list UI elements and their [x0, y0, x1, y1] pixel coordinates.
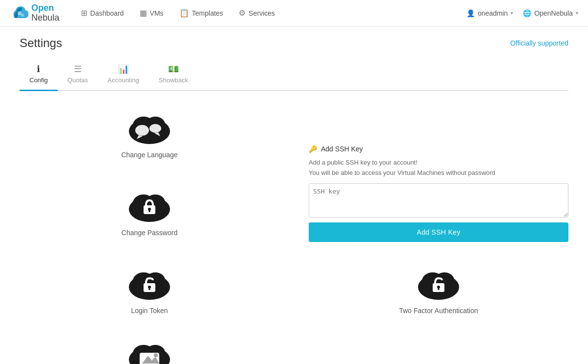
dashboard-icon: ⊞	[81, 8, 87, 18]
svg-rect-32	[438, 288, 440, 290]
add-ssh-key-button[interactable]: Add SSH Key	[309, 222, 568, 242]
nav-vms-label: VMs	[150, 9, 164, 17]
cloud-menu[interactable]: 🌐 OpenNebula ▾	[523, 9, 578, 17]
tab-quotas-label: Quotas	[68, 76, 88, 84]
ssh-description: Add a public SSH key to your account! Yo…	[309, 158, 568, 178]
change-password-label: Change Password	[122, 229, 177, 237]
two-factor-label: Two Factor Authentication	[399, 307, 478, 315]
svg-point-7	[149, 124, 161, 133]
svg-point-20	[154, 353, 158, 357]
user-menu[interactable]: 👤 oneadmin ▾	[466, 9, 514, 17]
change-language-card[interactable]: Change Language	[20, 106, 279, 164]
quotas-icon: ☰	[74, 64, 82, 74]
nav-items: ⊞ Dashboard ▦ VMs 📋 Templates ⚙ Services	[74, 5, 462, 21]
ssh-key-input[interactable]	[309, 183, 568, 218]
change-password-card[interactable]: Change Password	[20, 184, 279, 242]
cloud-label: OpenNebula	[534, 9, 573, 17]
login-token-label: Login Token	[131, 307, 168, 315]
key-icon: 🔑	[309, 145, 317, 153]
nav-services-label: Services	[248, 9, 275, 17]
svg-rect-14	[149, 210, 150, 212]
templates-icon: 📋	[179, 8, 189, 18]
change-language-label: Change Language	[121, 151, 177, 159]
nav-vms[interactable]: ▦ VMs	[133, 5, 171, 21]
tab-quotas[interactable]: ☰ Quotas	[58, 60, 98, 91]
svg-rect-26	[149, 288, 150, 290]
tab-accounting-label: Accounting	[108, 76, 139, 84]
ssh-title: 🔑 Add SSH Key	[309, 145, 568, 153]
change-view-card[interactable]: Change view	[20, 334, 279, 364]
navbar-right: 👤 oneadmin ▾ 🌐 OpenNebula ▾	[466, 9, 578, 17]
tab-config-label: Config	[29, 76, 48, 84]
nav-dashboard[interactable]: ⊞ Dashboard	[74, 5, 131, 21]
brand-open: Open	[31, 3, 59, 13]
login-token-icon	[125, 262, 174, 301]
two-factor-icon	[414, 262, 463, 301]
tabs: ℹ Config ☰ Quotas 📊 Accounting 💵 Showbac…	[20, 60, 568, 91]
tab-showback[interactable]: 💵 Showback	[149, 60, 198, 91]
brand-logo[interactable]: Open Nebula	[10, 2, 59, 24]
nav-dashboard-label: Dashboard	[90, 9, 124, 17]
tab-config[interactable]: ℹ Config	[20, 60, 58, 91]
config-icon: ℹ	[37, 64, 40, 74]
showback-icon: 💵	[168, 64, 179, 74]
username-label: oneadmin	[478, 9, 508, 17]
tab-showback-label: Showback	[159, 76, 188, 84]
login-token-card[interactable]: Login Token	[20, 262, 279, 315]
change-language-icon	[125, 106, 174, 145]
brand-nebula: Nebula	[31, 13, 59, 23]
nav-templates-label: Templates	[192, 9, 223, 17]
vms-icon: ▦	[140, 8, 147, 18]
page-header: Settings Officially supported	[20, 36, 568, 50]
page-content: Settings Officially supported ℹ Config ☰…	[0, 26, 588, 364]
user-icon: 👤	[466, 9, 475, 17]
user-caret: ▾	[511, 10, 513, 16]
page-title: Settings	[20, 36, 62, 50]
nav-services[interactable]: ⚙ Services	[232, 5, 282, 21]
navbar: Open Nebula ⊞ Dashboard ▦ VMs 📋 Template…	[0, 0, 588, 26]
services-icon: ⚙	[239, 8, 245, 18]
ssh-panel: 🔑 Add SSH Key Add a public SSH key to yo…	[309, 106, 568, 242]
change-password-icon	[125, 184, 174, 223]
officially-supported-link[interactable]: Officially supported	[510, 39, 568, 47]
ssh-desc-line2: You will be able to access your Virtual …	[309, 168, 568, 178]
nav-templates[interactable]: 📋 Templates	[172, 5, 230, 21]
svg-point-1	[21, 14, 24, 17]
ssh-title-label: Add SSH Key	[321, 145, 363, 153]
accounting-icon: 📊	[118, 64, 129, 74]
cloud-caret: ▾	[576, 10, 578, 16]
tab-accounting[interactable]: 📊 Accounting	[98, 60, 149, 91]
ssh-desc-line1: Add a public SSH key to your account!	[309, 158, 568, 168]
svg-point-0	[18, 11, 22, 15]
globe-icon: 🌐	[523, 9, 531, 17]
svg-point-5	[135, 125, 149, 136]
two-factor-card[interactable]: Two Factor Authentication	[309, 262, 568, 315]
change-view-icon	[125, 334, 174, 364]
settings-grid: Change Language	[20, 106, 568, 364]
